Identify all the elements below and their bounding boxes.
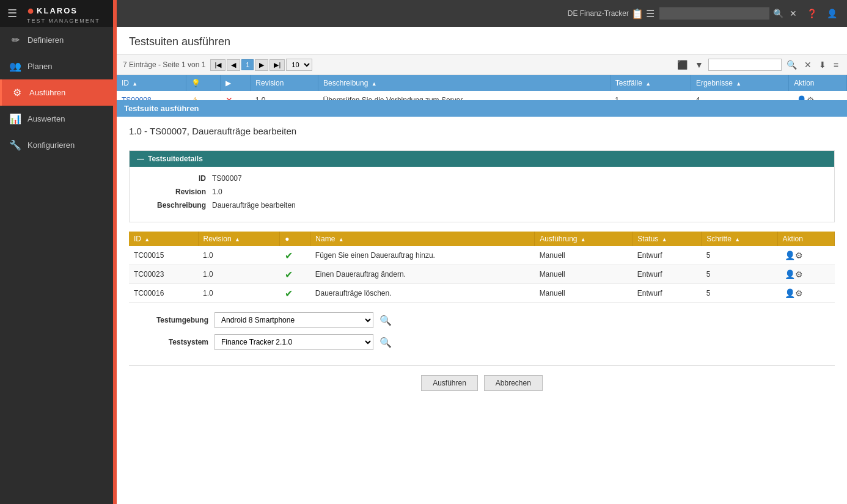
sidebar-item-definieren[interactable]: ✏ Definieren [0, 27, 113, 53]
sidebar-item-konfigurieren[interactable]: 🔧 Konfigurieren [0, 132, 113, 158]
inner-row-id: TC00016 [129, 284, 198, 303]
inner-row-action[interactable]: 👤⚙ [782, 287, 805, 299]
page-prev-button[interactable]: ◀ [227, 59, 240, 71]
inner-col-schritte: Schritte ▲ [702, 232, 777, 246]
sidebar: ☰ ● KLAROS TEST MANAGEMENT ✏ Definieren … [0, 0, 113, 504]
inner-row-ausfuehrung: Manuell [535, 284, 632, 303]
global-search-input[interactable] [659, 7, 769, 20]
inner-row-revision: 1.0 [198, 284, 280, 303]
col-ergebnisse[interactable]: Ergebnisse ▲ [691, 75, 788, 91]
table-search-clear[interactable]: ✕ [802, 59, 814, 71]
inner-col-id: ID ▲ [129, 232, 198, 246]
inner-row-name: Fügen Sie einen Dauerauftrag hinzu. [310, 246, 535, 265]
sidebar-item-label: Ausführen [29, 88, 65, 97]
inner-col-name: Name ▲ [310, 232, 535, 246]
action-row: Ausführen Abbrechen [129, 365, 835, 400]
project-icon1: 📋 [631, 8, 644, 20]
project-name: DE Finanz-Tracker [568, 9, 629, 18]
per-page-select[interactable]: 10 25 50 [286, 59, 312, 71]
table-search-input[interactable] [708, 59, 782, 71]
col-revision: Revision [251, 75, 318, 91]
testumgebung-search-button[interactable]: 🔍 [380, 315, 392, 326]
user-button[interactable]: 👤 [824, 7, 840, 20]
group-button[interactable]: ⬛ [675, 59, 690, 71]
col-aktion: Aktion [789, 75, 847, 91]
konfigurieren-icon: 🔧 [9, 139, 21, 151]
inner-table-row: TC00016 1.0 ✔ Daueraufträge löschen. Man… [129, 284, 835, 303]
main-area: DE Finanz-Tracker 📋 ☰ 🔍 ✕ ❓ 👤 Testsuiten… [117, 0, 847, 504]
inner-row-schritte: 5 [702, 246, 777, 265]
page-next-button[interactable]: ▶ [255, 59, 268, 71]
inner-row-name: Einen Dauerauftrag ändern. [310, 265, 535, 284]
app-subtitle: TEST MANAGEMENT [27, 18, 100, 24]
sidebar-item-ausfuehren[interactable]: ⚙ Ausführen [0, 79, 113, 106]
detail-description-value: Daueraufträge bearbeiten [212, 201, 825, 210]
check-icon: ✔ [285, 250, 293, 261]
page-first-button[interactable]: |◀ [210, 59, 226, 71]
columns-button[interactable]: ≡ [831, 59, 841, 71]
detail-id-label: ID [139, 174, 206, 183]
pagination-bar: 7 Einträge - Seite 1 von 1 |◀ ◀ 1 ▶ ▶| 1… [117, 55, 847, 75]
global-search-clear[interactable]: ✕ [787, 7, 799, 20]
detail-description-row: Beschreibung Daueraufträge bearbeiten [139, 201, 825, 210]
detail-section-title: Testsuitedetails [148, 155, 203, 163]
inner-col-icon: ● [280, 232, 310, 246]
table-search-button[interactable]: 🔍 [784, 59, 799, 71]
inner-row-name: Daueraufträge löschen. [310, 284, 535, 303]
detail-revision-row: Revision 1.0 [139, 188, 825, 196]
inner-table-row: TC00015 1.0 ✔ Fügen Sie einen Dauerauftr… [129, 246, 835, 265]
hamburger-button[interactable]: ☰ [7, 7, 17, 20]
execute-button[interactable]: Ausführen [421, 375, 478, 391]
sidebar-item-auswerten[interactable]: 📊 Auswerten [0, 106, 113, 132]
logo-icon: ● [27, 4, 34, 18]
sidebar-item-label: Konfigurieren [28, 141, 75, 150]
cancel-button[interactable]: Abbrechen [484, 375, 543, 391]
sidebar-item-label: Definieren [28, 35, 64, 45]
sidebar-header: ☰ ● KLAROS TEST MANAGEMENT [0, 0, 113, 27]
planen-icon: 👥 [9, 60, 21, 72]
testsystem-select[interactable]: Finance Tracker 2.1.0 [215, 334, 373, 350]
col-testfaelle[interactable]: Testfälle ▲ [610, 75, 691, 91]
auswerten-icon: 📊 [9, 113, 21, 125]
topbar: DE Finanz-Tracker 📋 ☰ 🔍 ✕ ❓ 👤 [117, 0, 847, 27]
check-icon: ✔ [285, 269, 293, 280]
detail-description-label: Beschreibung [139, 201, 206, 210]
col-description[interactable]: Beschreibung ▲ [318, 75, 610, 91]
ausfuehren-icon: ⚙ [11, 87, 23, 98]
detail-section-header[interactable]: — Testsuitedetails [130, 151, 834, 167]
page-1-button[interactable]: 1 [241, 59, 254, 70]
inner-row-action[interactable]: 👤⚙ [782, 268, 805, 280]
detail-section: — Testsuitedetails ID TS00007 Revision 1… [129, 150, 835, 222]
help-button[interactable]: ❓ [804, 7, 820, 20]
testumgebung-row: Testumgebung Android 8 Smartphone 🔍 [141, 312, 823, 328]
inner-row-revision: 1.0 [198, 265, 280, 284]
detail-panel-title: 1.0 - TS00007, Daueraufträge bearbeiten [129, 126, 835, 141]
sidebar-item-planen[interactable]: 👥 Planen [0, 53, 113, 79]
testumgebung-select[interactable]: Android 8 Smartphone [215, 312, 373, 328]
page-title: Testsuiten ausführen [117, 27, 847, 55]
page-last-button[interactable]: ▶| [270, 59, 285, 71]
sidebar-item-label: Planen [28, 62, 52, 71]
inner-row-id: TC00015 [129, 246, 198, 265]
testsystem-row: Testsystem Finance Tracker 2.1.0 🔍 [141, 334, 823, 350]
col-id[interactable]: ID ▲ [117, 75, 186, 91]
testsystem-search-button[interactable]: 🔍 [380, 337, 392, 348]
pagination-controls: |◀ ◀ 1 ▶ ▶| 10 25 50 [210, 59, 312, 71]
detail-revision-value: 1.0 [212, 188, 825, 196]
inner-col-revision: Revision ▲ [198, 232, 280, 246]
project-label: DE Finanz-Tracker 📋 ☰ [568, 8, 654, 20]
inner-table: ID ▲ Revision ▲ ● Name ▲ Ausführung ▲ St… [129, 232, 835, 303]
inner-row-status: Entwurf [632, 265, 702, 284]
inner-table-header: ID ▲ Revision ▲ ● Name ▲ Ausführung ▲ St… [129, 232, 835, 246]
inner-row-schritte: 5 [702, 284, 777, 303]
check-icon: ✔ [285, 288, 293, 299]
inner-row-action[interactable]: 👤⚙ [782, 249, 805, 261]
inner-row-status: Entwurf [632, 246, 702, 265]
export-button[interactable]: ⬇ [816, 59, 829, 71]
testumgebung-label: Testumgebung [141, 316, 208, 324]
filter-button[interactable]: ▼ [692, 59, 706, 71]
global-search-button[interactable]: 🔍 [771, 7, 786, 20]
definieren-icon: ✏ [9, 34, 21, 46]
inner-row-ausfuehrung: Manuell [535, 265, 632, 284]
overlay-header: Testsuite ausführen [117, 100, 847, 117]
